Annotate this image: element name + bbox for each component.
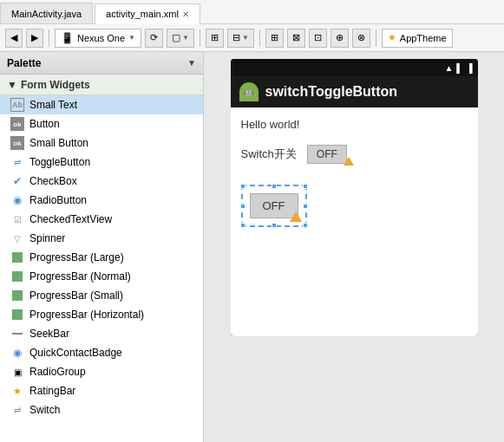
switch-row-label: Switch开关: [241, 146, 297, 162]
palette-item-progress-large[interactable]: ProgressBar (Large): [0, 248, 203, 267]
toolbar-right-btn[interactable]: ▶: [26, 29, 43, 48]
handle-rm[interactable]: [303, 204, 308, 209]
extra-icon-5: ⊗: [357, 32, 365, 43]
palette-item-seekbar[interactable]: SeekBar: [0, 324, 203, 343]
tab-activity-main-label: activity_main.xml: [106, 9, 179, 19]
toolbar-divider-2: [200, 29, 200, 47]
rotate-icon: ⟳: [150, 32, 158, 43]
switch-toggle-button[interactable]: OFF: [307, 145, 347, 164]
tab-main-activity[interactable]: MainActivity.java: [0, 3, 93, 23]
handle-lm[interactable]: [240, 204, 245, 209]
quick-contact-icon: ◉: [10, 346, 24, 360]
palette-panel: Palette ▼ ▼ Form Widgets Ab Small Text o…: [0, 52, 204, 442]
palette-item-rating-bar[interactable]: ★ RatingBar: [0, 381, 203, 400]
handle-bl[interactable]: [240, 223, 245, 228]
device-status-bar: ▲ ▌ ▐: [231, 59, 478, 76]
palette-item-checkbox[interactable]: ✔ CheckBox: [0, 172, 203, 191]
progress-horizontal-icon: [10, 308, 24, 322]
palette-title: Palette: [7, 57, 41, 69]
radio-label: RadioButton: [29, 194, 87, 206]
progress-normal-icon: [10, 270, 24, 283]
palette-item-switch[interactable]: ⇌ Switch: [0, 400, 203, 419]
extra-btn-3[interactable]: ⊡: [309, 29, 327, 48]
radio-group-label: RadioGroup: [29, 366, 86, 378]
tab-activity-main[interactable]: activity_main.xml ✕: [95, 3, 200, 24]
palette-item-spinner[interactable]: ▽ Spinner: [0, 229, 203, 248]
widget-state: OFF: [263, 199, 285, 212]
hello-world-text: Hello world!: [241, 118, 468, 131]
layout-dropdown-2: ▼: [242, 34, 249, 42]
extra-icon-3: ⊡: [314, 32, 322, 43]
widget-container[interactable]: OFF: [241, 185, 307, 227]
checked-tv-label: CheckedTextView: [29, 213, 112, 225]
theme-selector[interactable]: ★ AppTheme: [382, 29, 453, 48]
wifi-icon: ▲: [444, 63, 453, 73]
progress-small-label: ProgressBar (Small): [29, 289, 123, 302]
tab-bar: MainActivity.java activity_main.xml ✕: [0, 0, 504, 24]
handle-tr[interactable]: [303, 184, 308, 189]
screen-dropdown-arrow: ▼: [182, 34, 189, 42]
palette-item-small-text[interactable]: Ab Small Text: [0, 95, 203, 114]
palette-item-progress-horizontal[interactable]: ProgressBar (Horizontal): [0, 305, 203, 324]
layout-icon-2: ⊟: [232, 32, 240, 43]
toolbar-divider-4: [376, 29, 376, 47]
palette-item-quick-contact[interactable]: ◉ QuickContactBadge: [0, 343, 203, 362]
small-button-label: Small Button: [29, 137, 88, 149]
handle-br[interactable]: [303, 223, 308, 228]
palette-collapse-icon[interactable]: ▼: [187, 58, 196, 68]
palette-item-toggle[interactable]: ⇌ ToggleButton: [0, 153, 203, 172]
screen-size-btn[interactable]: ▢ ▼: [167, 29, 194, 48]
palette-item-progress-small[interactable]: ProgressBar (Small): [0, 286, 203, 305]
button-label: Button: [29, 118, 60, 130]
category-form-widgets[interactable]: ▼ Form Widgets: [0, 75, 203, 95]
screen-size-icon: ▢: [172, 32, 180, 43]
toolbar-divider-1: [49, 29, 49, 47]
rotate-btn[interactable]: ⟳: [145, 29, 163, 48]
handle-bm[interactable]: [272, 223, 277, 228]
device-name-label: Nexus One: [77, 33, 125, 43]
extra-icon-1: ⊞: [271, 32, 278, 43]
layout-btn-1[interactable]: ⊞: [206, 29, 224, 48]
extra-icon-4: ⊕: [336, 32, 344, 43]
handle-tl[interactable]: [240, 184, 245, 189]
arrow-left-icon: ◀: [10, 32, 17, 43]
checkbox-icon: ✔: [10, 174, 24, 188]
radio-icon: ◉: [10, 193, 24, 207]
progress-horizontal-label: ProgressBar (Horizontal): [29, 309, 144, 321]
main-content: Palette ▼ ▼ Form Widgets Ab Small Text o…: [0, 52, 504, 442]
palette-item-progress-normal[interactable]: ProgressBar (Normal): [0, 267, 203, 286]
progress-small-icon: [10, 289, 24, 302]
category-expand-icon: ▼: [7, 79, 17, 91]
battery-icon: ▐: [466, 63, 472, 73]
star-icon: ★: [388, 32, 396, 43]
extra-btn-5[interactable]: ⊗: [352, 29, 370, 48]
layout-btn-2[interactable]: ⊟ ▼: [227, 29, 254, 48]
seekbar-label: SeekBar: [29, 328, 69, 340]
arrow-right-icon: ▶: [31, 32, 38, 43]
warning-icon-1: [344, 157, 354, 166]
palette-item-radio[interactable]: ◉ RadioButton: [0, 191, 203, 210]
switch-label: Switch: [29, 404, 60, 416]
rating-bar-label: RatingBar: [29, 385, 75, 397]
device-selector[interactable]: 📱 Nexus One ▼: [55, 29, 141, 48]
extra-btn-2[interactable]: ⊠: [287, 29, 305, 48]
small-button-icon: ok: [10, 136, 24, 150]
progress-large-label: ProgressBar (Large): [29, 251, 124, 263]
handle-tm[interactable]: [272, 184, 277, 189]
toolbar-left-btn[interactable]: ◀: [5, 29, 23, 48]
palette-item-button[interactable]: ok Button: [0, 114, 203, 133]
warning-icon-2: [290, 211, 302, 222]
palette-item-small-button[interactable]: ok Small Button: [0, 133, 203, 153]
toolbar-divider-3: [259, 29, 260, 47]
tab-close-icon[interactable]: ✕: [182, 10, 189, 19]
palette-scroll[interactable]: ▼ Form Widgets Ab Small Text ok Button o…: [0, 75, 203, 442]
palette-item-checked-tv[interactable]: ☑ CheckedTextView: [0, 210, 203, 229]
extra-btn-1[interactable]: ⊞: [265, 29, 284, 48]
small-text-label: Small Text: [29, 99, 77, 111]
palette-item-radio-group[interactable]: ▣ RadioGroup: [0, 362, 203, 381]
android-icon: 🤖: [239, 82, 259, 101]
spinner-label: Spinner: [29, 232, 65, 244]
switch-off-state: OFF: [317, 148, 337, 160]
extra-btn-4[interactable]: ⊕: [331, 29, 349, 48]
layout-icon-1: ⊞: [211, 32, 219, 43]
